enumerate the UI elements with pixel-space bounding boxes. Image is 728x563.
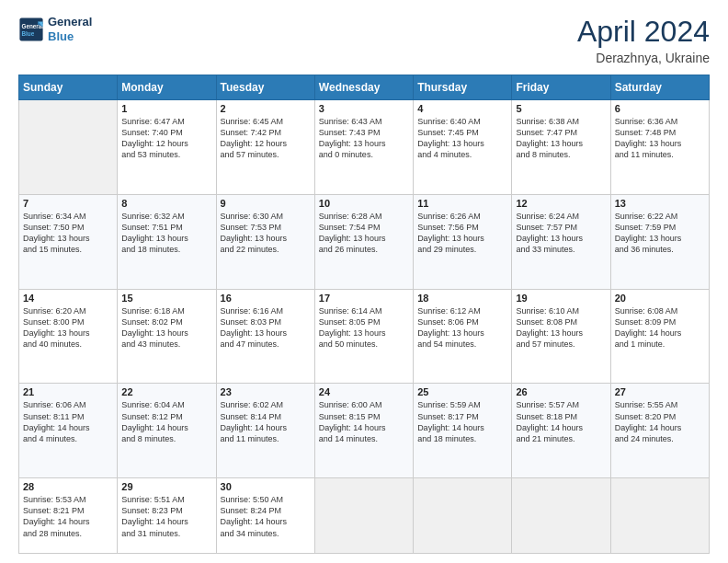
calendar-cell <box>414 478 512 554</box>
weekday-header-friday: Friday <box>512 75 610 100</box>
weekday-header-saturday: Saturday <box>610 75 709 100</box>
logo: General Blue General Blue <box>18 15 92 43</box>
cell-info: Sunrise: 6:28 AM Sunset: 7:54 PM Dayligh… <box>319 211 409 256</box>
cell-day-number: 14 <box>23 293 113 304</box>
logo-icon: General Blue <box>18 17 44 42</box>
calendar-cell: 22Sunrise: 6:04 AM Sunset: 8:12 PM Dayli… <box>118 384 216 478</box>
cell-info: Sunrise: 5:53 AM Sunset: 8:21 PM Dayligh… <box>23 494 113 539</box>
calendar-table: SundayMondayTuesdayWednesdayThursdayFrid… <box>18 75 710 554</box>
calendar-cell: 30Sunrise: 5:50 AM Sunset: 8:24 PM Dayli… <box>216 478 314 554</box>
calendar-cell: 13Sunrise: 6:22 AM Sunset: 7:59 PM Dayli… <box>610 194 709 289</box>
calendar-cell: 3Sunrise: 6:43 AM Sunset: 7:43 PM Daylig… <box>314 100 413 195</box>
cell-day-number: 22 <box>121 386 211 397</box>
calendar-cell <box>314 478 413 554</box>
weekday-header-monday: Monday <box>118 75 216 100</box>
cell-day-number: 21 <box>23 386 113 397</box>
cell-info: Sunrise: 6:12 AM Sunset: 8:06 PM Dayligh… <box>417 305 507 350</box>
calendar-cell: 23Sunrise: 6:02 AM Sunset: 8:14 PM Dayli… <box>216 384 314 478</box>
cell-info: Sunrise: 6:22 AM Sunset: 7:59 PM Dayligh… <box>615 211 705 256</box>
calendar-cell: 25Sunrise: 5:59 AM Sunset: 8:17 PM Dayli… <box>414 384 512 478</box>
logo-line1: General <box>48 15 92 29</box>
cell-info: Sunrise: 6:24 AM Sunset: 7:57 PM Dayligh… <box>516 211 606 256</box>
cell-info: Sunrise: 6:02 AM Sunset: 8:14 PM Dayligh… <box>221 399 311 444</box>
weekday-header-tuesday: Tuesday <box>216 75 314 100</box>
cell-info: Sunrise: 5:57 AM Sunset: 8:18 PM Dayligh… <box>516 399 606 444</box>
cell-day-number: 25 <box>417 386 507 397</box>
calendar-cell: 21Sunrise: 6:06 AM Sunset: 8:11 PM Dayli… <box>19 384 118 478</box>
weekday-header-wednesday: Wednesday <box>314 75 413 100</box>
cell-day-number: 30 <box>221 481 311 492</box>
cell-day-number: 7 <box>23 198 113 209</box>
cell-day-number: 5 <box>516 103 606 114</box>
calendar-cell <box>19 100 118 195</box>
cell-info: Sunrise: 6:06 AM Sunset: 8:11 PM Dayligh… <box>23 399 113 444</box>
cell-day-number: 12 <box>516 198 606 209</box>
calendar-cell: 5Sunrise: 6:38 AM Sunset: 7:47 PM Daylig… <box>512 100 610 195</box>
cell-day-number: 24 <box>319 386 409 397</box>
calendar-cell: 15Sunrise: 6:18 AM Sunset: 8:02 PM Dayli… <box>118 289 216 384</box>
cell-info: Sunrise: 6:45 AM Sunset: 7:42 PM Dayligh… <box>221 116 311 161</box>
cell-info: Sunrise: 5:51 AM Sunset: 8:23 PM Dayligh… <box>121 494 211 539</box>
calendar-cell: 27Sunrise: 5:55 AM Sunset: 8:20 PM Dayli… <box>610 384 709 478</box>
month-title: April 2024 <box>577 15 710 49</box>
cell-day-number: 9 <box>221 198 311 209</box>
cell-info: Sunrise: 6:08 AM Sunset: 8:09 PM Dayligh… <box>615 305 705 350</box>
svg-text:Blue: Blue <box>22 30 35 37</box>
cell-day-number: 3 <box>319 103 409 114</box>
cell-day-number: 28 <box>23 481 113 492</box>
calendar-cell: 7Sunrise: 6:34 AM Sunset: 7:50 PM Daylig… <box>19 194 118 289</box>
logo-line2: Blue <box>48 29 92 44</box>
logo-text: General Blue <box>48 15 92 43</box>
calendar-cell: 29Sunrise: 5:51 AM Sunset: 8:23 PM Dayli… <box>118 478 216 554</box>
cell-day-number: 11 <box>417 198 507 209</box>
cell-day-number: 15 <box>121 293 211 304</box>
calendar-cell: 9Sunrise: 6:30 AM Sunset: 7:53 PM Daylig… <box>216 194 314 289</box>
title-block: April 2024 Derazhnya, Ukraine <box>577 15 710 65</box>
calendar-cell: 20Sunrise: 6:08 AM Sunset: 8:09 PM Dayli… <box>610 289 709 384</box>
cell-info: Sunrise: 6:14 AM Sunset: 8:05 PM Dayligh… <box>319 305 409 350</box>
cell-info: Sunrise: 6:16 AM Sunset: 8:03 PM Dayligh… <box>221 305 311 350</box>
cell-info: Sunrise: 6:38 AM Sunset: 7:47 PM Dayligh… <box>516 116 606 161</box>
cell-day-number: 20 <box>615 293 705 304</box>
cell-info: Sunrise: 5:55 AM Sunset: 8:20 PM Dayligh… <box>615 399 705 444</box>
cell-info: Sunrise: 6:30 AM Sunset: 7:53 PM Dayligh… <box>221 211 311 256</box>
calendar-cell: 6Sunrise: 6:36 AM Sunset: 7:48 PM Daylig… <box>610 100 709 195</box>
cell-info: Sunrise: 6:20 AM Sunset: 8:00 PM Dayligh… <box>23 305 113 350</box>
calendar-cell: 14Sunrise: 6:20 AM Sunset: 8:00 PM Dayli… <box>19 289 118 384</box>
page: General Blue General Blue April 2024 Der… <box>0 0 728 563</box>
cell-day-number: 2 <box>221 103 311 114</box>
cell-info: Sunrise: 6:47 AM Sunset: 7:40 PM Dayligh… <box>121 116 211 161</box>
cell-day-number: 27 <box>615 386 705 397</box>
weekday-header-sunday: Sunday <box>19 75 118 100</box>
cell-day-number: 26 <box>516 386 606 397</box>
calendar-cell: 18Sunrise: 6:12 AM Sunset: 8:06 PM Dayli… <box>414 289 512 384</box>
calendar-cell: 11Sunrise: 6:26 AM Sunset: 7:56 PM Dayli… <box>414 194 512 289</box>
cell-info: Sunrise: 6:26 AM Sunset: 7:56 PM Dayligh… <box>417 211 507 256</box>
cell-day-number: 13 <box>615 198 705 209</box>
calendar-cell: 19Sunrise: 6:10 AM Sunset: 8:08 PM Dayli… <box>512 289 610 384</box>
calendar-cell <box>512 478 610 554</box>
cell-info: Sunrise: 6:18 AM Sunset: 8:02 PM Dayligh… <box>121 305 211 350</box>
calendar-cell: 17Sunrise: 6:14 AM Sunset: 8:05 PM Dayli… <box>314 289 413 384</box>
cell-info: Sunrise: 6:36 AM Sunset: 7:48 PM Dayligh… <box>615 116 705 161</box>
cell-day-number: 16 <box>221 293 311 304</box>
calendar-cell: 16Sunrise: 6:16 AM Sunset: 8:03 PM Dayli… <box>216 289 314 384</box>
cell-info: Sunrise: 5:59 AM Sunset: 8:17 PM Dayligh… <box>417 399 507 444</box>
calendar-cell: 24Sunrise: 6:00 AM Sunset: 8:15 PM Dayli… <box>314 384 413 478</box>
header: General Blue General Blue April 2024 Der… <box>18 15 710 65</box>
weekday-header-thursday: Thursday <box>414 75 512 100</box>
calendar-cell <box>610 478 709 554</box>
cell-day-number: 19 <box>516 293 606 304</box>
cell-day-number: 1 <box>121 103 211 114</box>
cell-info: Sunrise: 5:50 AM Sunset: 8:24 PM Dayligh… <box>221 494 311 539</box>
cell-day-number: 6 <box>615 103 705 114</box>
calendar-cell: 12Sunrise: 6:24 AM Sunset: 7:57 PM Dayli… <box>512 194 610 289</box>
cell-info: Sunrise: 6:34 AM Sunset: 7:50 PM Dayligh… <box>23 211 113 256</box>
calendar-cell: 4Sunrise: 6:40 AM Sunset: 7:45 PM Daylig… <box>414 100 512 195</box>
cell-info: Sunrise: 6:43 AM Sunset: 7:43 PM Dayligh… <box>319 116 409 161</box>
calendar-cell: 8Sunrise: 6:32 AM Sunset: 7:51 PM Daylig… <box>118 194 216 289</box>
calendar-cell: 2Sunrise: 6:45 AM Sunset: 7:42 PM Daylig… <box>216 100 314 195</box>
calendar-cell: 28Sunrise: 5:53 AM Sunset: 8:21 PM Dayli… <box>19 478 118 554</box>
calendar-cell: 1Sunrise: 6:47 AM Sunset: 7:40 PM Daylig… <box>118 100 216 195</box>
cell-day-number: 29 <box>121 481 211 492</box>
